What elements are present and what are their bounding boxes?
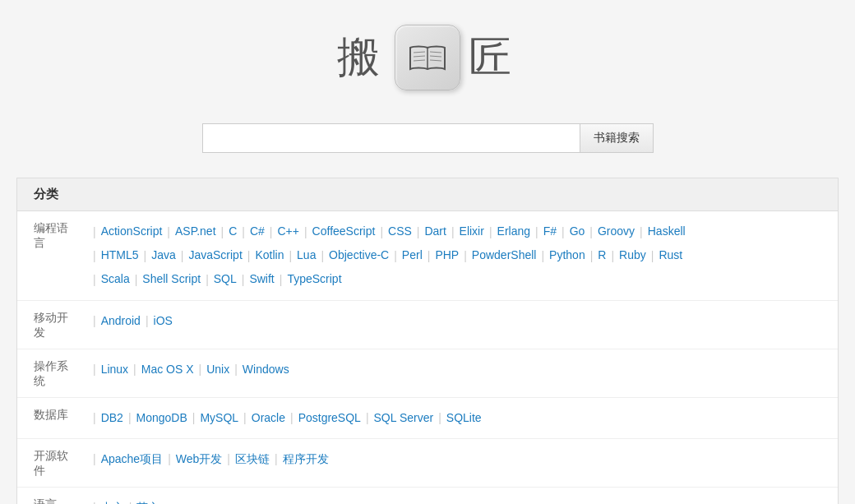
category-link[interactable]: Scala xyxy=(98,267,133,291)
separator: | xyxy=(417,225,420,238)
category-items-mobile-dev: |Android|iOS xyxy=(91,309,838,333)
category-label-database: 数据库 xyxy=(17,406,91,423)
category-link[interactable]: Android xyxy=(98,309,144,333)
category-link[interactable]: PowderShell xyxy=(469,243,540,267)
category-items-opensource: |Apache项目|Web开发|区块链|程序开发 xyxy=(91,447,838,471)
category-link[interactable]: HTML5 xyxy=(98,243,142,267)
separator: | xyxy=(290,411,293,424)
separator: | xyxy=(93,225,96,238)
category-link[interactable]: MySQL xyxy=(196,406,242,430)
category-label-os: 操作系统 xyxy=(17,358,91,389)
separator: | xyxy=(93,452,96,465)
separator: | xyxy=(562,225,565,238)
category-items-programming-language: |ActionScript|ASP.net|C|C#|C++|CoffeeScr… xyxy=(91,220,838,292)
category-link[interactable]: Apache项目 xyxy=(98,447,166,471)
category-link[interactable]: 中文 xyxy=(98,496,127,504)
category-link[interactable]: ActionScript xyxy=(98,220,166,243)
logo-icon xyxy=(395,25,460,90)
category-link[interactable]: Swift xyxy=(246,267,277,291)
items-line: |Linux|Mac OS X|Unix|Windows xyxy=(91,358,830,381)
category-link[interactable]: Windows xyxy=(239,358,293,381)
separator: | xyxy=(227,452,230,465)
category-link[interactable]: Lua xyxy=(293,243,319,267)
category-link[interactable]: Dart xyxy=(421,220,449,243)
category-label-language: 语言 xyxy=(17,496,91,504)
category-link[interactable]: Linux xyxy=(98,358,132,381)
items-line: |ActionScript|ASP.net|C|C#|C++|CoffeeScr… xyxy=(91,220,830,243)
category-link[interactable]: Rust xyxy=(655,243,686,267)
category-link[interactable]: Ruby xyxy=(616,243,649,267)
category-link[interactable]: ASP.net xyxy=(172,220,220,243)
category-row-language: 语言|中文|英文 xyxy=(17,488,838,504)
category-link[interactable]: Mac OS X xyxy=(138,358,197,381)
category-link[interactable]: C# xyxy=(247,220,268,243)
category-link[interactable]: Kotlin xyxy=(252,243,287,267)
separator: | xyxy=(93,411,96,424)
category-link[interactable]: Java xyxy=(148,243,179,267)
category-link[interactable]: CSS xyxy=(385,220,415,243)
category-link[interactable]: C xyxy=(225,220,240,243)
category-link[interactable]: PHP xyxy=(432,243,462,267)
category-link[interactable]: PostgreSQL xyxy=(295,406,364,430)
category-link[interactable]: SQL Server xyxy=(371,406,437,430)
svg-line-6 xyxy=(430,60,441,61)
category-link[interactable]: R xyxy=(594,243,609,267)
category-link[interactable]: TypeScript xyxy=(284,267,344,291)
separator: | xyxy=(192,411,196,424)
category-link[interactable]: 英文 xyxy=(133,496,163,504)
separator: | xyxy=(93,363,96,376)
category-label-programming-language: 编程语言 xyxy=(17,220,91,251)
category-link[interactable]: Erlang xyxy=(494,220,534,243)
category-items-database: |DB2|MongoDB|MySQL|Oracle|PostgreSQL|SQL… xyxy=(91,406,838,430)
separator: | xyxy=(242,225,245,238)
search-button[interactable]: 书籍搜索 xyxy=(580,123,654,153)
category-link[interactable]: C++ xyxy=(275,220,303,243)
separator: | xyxy=(93,249,96,262)
separator: | xyxy=(168,452,171,465)
category-link[interactable]: 区块链 xyxy=(232,447,273,471)
separator: | xyxy=(221,225,224,238)
svg-line-1 xyxy=(414,52,425,53)
book-icon xyxy=(407,41,448,74)
separator: | xyxy=(366,411,369,424)
items-line: |DB2|MongoDB|MySQL|Oracle|PostgreSQL|SQL… xyxy=(91,406,830,430)
separator: | xyxy=(321,249,324,262)
category-link[interactable]: MongoDB xyxy=(133,406,191,430)
category-link[interactable]: Web开发 xyxy=(173,447,226,471)
search-input[interactable] xyxy=(202,123,580,153)
separator: | xyxy=(451,225,455,238)
logo-text-left: 搬 xyxy=(337,29,386,86)
category-link[interactable]: Shell Script xyxy=(139,267,204,291)
separator: | xyxy=(146,314,149,327)
separator: | xyxy=(128,411,132,424)
category-link[interactable]: Haskell xyxy=(645,220,689,243)
category-link[interactable]: Go xyxy=(566,220,589,243)
category-link[interactable]: Groovy xyxy=(594,220,638,243)
category-link[interactable]: Objective-C xyxy=(326,243,392,267)
category-link[interactable]: iOS xyxy=(150,309,176,333)
separator: | xyxy=(611,249,614,262)
category-link[interactable]: 程序开发 xyxy=(280,447,332,471)
items-line: |Scala|Shell Script|SQL|Swift|TypeScript xyxy=(91,267,830,291)
category-row-mobile-dev: 移动开发|Android|iOS xyxy=(17,301,838,349)
category-link[interactable]: Python xyxy=(546,243,589,267)
header: 搬 匠 xyxy=(0,0,855,107)
logo-text-right: 匠 xyxy=(469,29,518,86)
category-link[interactable]: Perl xyxy=(399,243,426,267)
category-link[interactable]: SQL xyxy=(210,267,240,291)
category-link[interactable]: Oracle xyxy=(248,406,289,430)
separator: | xyxy=(242,273,245,286)
category-link[interactable]: DB2 xyxy=(98,406,127,430)
category-link[interactable]: JavaScript xyxy=(185,243,245,267)
svg-line-2 xyxy=(414,56,425,57)
category-link[interactable]: SQLite xyxy=(443,406,485,430)
category-link[interactable]: CoffeeScript xyxy=(309,220,379,243)
category-link[interactable]: Unix xyxy=(203,358,233,381)
category-row-os: 操作系统|Linux|Mac OS X|Unix|Windows xyxy=(17,349,838,398)
category-link[interactable]: Elixir xyxy=(456,220,488,243)
separator: | xyxy=(135,273,138,286)
separator: | xyxy=(144,249,147,262)
separator: | xyxy=(129,501,132,504)
category-link[interactable]: F# xyxy=(540,220,560,243)
category-items-language: |中文|英文 xyxy=(91,496,838,504)
